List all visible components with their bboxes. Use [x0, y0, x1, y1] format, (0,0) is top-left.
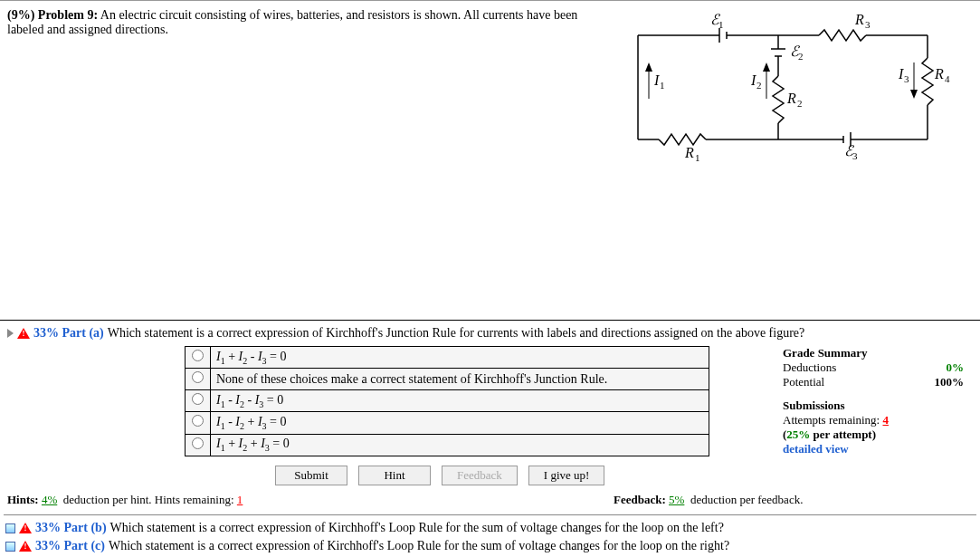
feedback-button[interactable]: Feedback [442, 466, 518, 485]
deductions-label: Deductions [783, 360, 836, 375]
option-text-0[interactable]: I1 + I2 - I3 = 0 [211, 347, 709, 369]
part-a-section: ! 33% Part (a) Which statement is a corr… [0, 320, 980, 519]
option-text-3[interactable]: I1 - I2 + I3 = 0 [211, 412, 709, 434]
svg-text:2: 2 [756, 80, 762, 91]
deductions-value: 0% [947, 360, 965, 375]
label-i2: I [750, 72, 756, 88]
label-r1: R [684, 145, 694, 160]
giveup-button[interactable]: I give up! [528, 466, 605, 485]
label-i3: I [898, 66, 904, 82]
hints-text: deduction per hint. Hints remaining: [61, 493, 234, 506]
svg-text:3: 3 [865, 19, 871, 30]
warning-icon: ! [19, 541, 32, 552]
svg-marker-20 [645, 62, 652, 72]
hints-remaining[interactable]: 1 [237, 493, 243, 506]
svg-marker-22 [763, 62, 770, 72]
hints-label: Hints: [7, 493, 39, 506]
part-c-question: Which statement is a correct expression … [109, 539, 729, 553]
label-r3: R [854, 12, 864, 27]
svg-text:4: 4 [945, 73, 950, 84]
part-c-row[interactable]: ! 33% Part (c) Which statement is a corr… [0, 537, 980, 555]
option-radio-1[interactable] [192, 371, 204, 383]
svg-text:1: 1 [718, 19, 724, 30]
problem-weight: (9%) [7, 8, 34, 22]
grade-summary: Grade Summary Deductions0% Potential100%… [783, 346, 964, 456]
problem-header: (9%) Problem 9: An electric circuit cons… [0, 5, 980, 175]
svg-text:3: 3 [904, 73, 909, 84]
feedback-text: deduction per feedback. [688, 493, 804, 506]
potential-label: Potential [783, 375, 824, 389]
expand-square-icon[interactable] [5, 542, 15, 552]
option-text-1[interactable]: None of these choices make a correct sta… [211, 369, 709, 390]
problem-text: (9%) Problem 9: An electric circuit cons… [7, 8, 595, 37]
per-attempt: (25% per attempt) [783, 427, 964, 442]
svg-text:1: 1 [695, 152, 700, 162]
hint-button[interactable]: Hint [358, 466, 431, 485]
grade-title: Grade Summary [783, 346, 964, 360]
attempts-link[interactable]: 4 [882, 413, 889, 427]
part-b-label: 33% Part (b) [35, 521, 107, 535]
option-text-2[interactable]: I1 - I2 - I3 = 0 [211, 389, 709, 411]
svg-text:2: 2 [797, 98, 803, 109]
part-b-row[interactable]: ! 33% Part (b) Which statement is a corr… [0, 519, 980, 537]
attempts-remaining: Attempts remaining: 4 [783, 413, 964, 427]
option-text-4[interactable]: I1 + I2 + I3 = 0 [211, 434, 709, 456]
part-a-header: ! 33% Part (a) Which statement is a corr… [4, 324, 976, 342]
label-r2: R [786, 91, 796, 106]
feedback-label: Feedback: [614, 493, 666, 506]
button-row: Submit Hint Feedback I give up! [4, 460, 976, 491]
options-table: I1 + I2 - I3 = 0 None of these choices m… [185, 346, 709, 456]
svg-text:2: 2 [798, 51, 804, 62]
svg-marker-24 [910, 90, 918, 99]
warning-icon: ! [17, 328, 30, 339]
submit-button[interactable]: Submit [275, 466, 347, 485]
potential-value: 100% [935, 375, 965, 389]
warning-icon: ! [19, 523, 32, 533]
expand-icon[interactable] [7, 329, 14, 338]
option-radio-0[interactable] [192, 350, 204, 361]
part-a-question: Which statement is a correct expression … [108, 326, 804, 341]
expand-square-icon[interactable] [5, 523, 15, 533]
label-r4: R [934, 66, 944, 82]
submissions-title: Submissions [783, 399, 964, 413]
part-b-question: Which statement is a correct expression … [110, 521, 724, 535]
part-c-label: 33% Part (c) [35, 539, 105, 553]
option-radio-3[interactable] [192, 415, 204, 427]
svg-text:1: 1 [660, 80, 665, 91]
problem-title: Problem 9: [38, 8, 98, 22]
svg-text:3: 3 [852, 150, 858, 161]
hints-row: Hints: 4% deduction per hint. Hints rema… [4, 491, 976, 515]
detailed-view-link[interactable]: detailed view [783, 442, 964, 456]
circuit-diagram: ℰ1 ℰ2 ℰ3 R1 R2 R3 R4 I1 I2 I3 [611, 8, 973, 171]
label-i1: I [653, 72, 660, 88]
hints-pct[interactable]: 4% [42, 493, 57, 506]
option-radio-4[interactable] [192, 437, 204, 449]
option-radio-2[interactable] [192, 393, 204, 405]
part-a-label: 33% Part (a) [33, 326, 104, 341]
feedback-pct[interactable]: 5% [669, 493, 684, 506]
